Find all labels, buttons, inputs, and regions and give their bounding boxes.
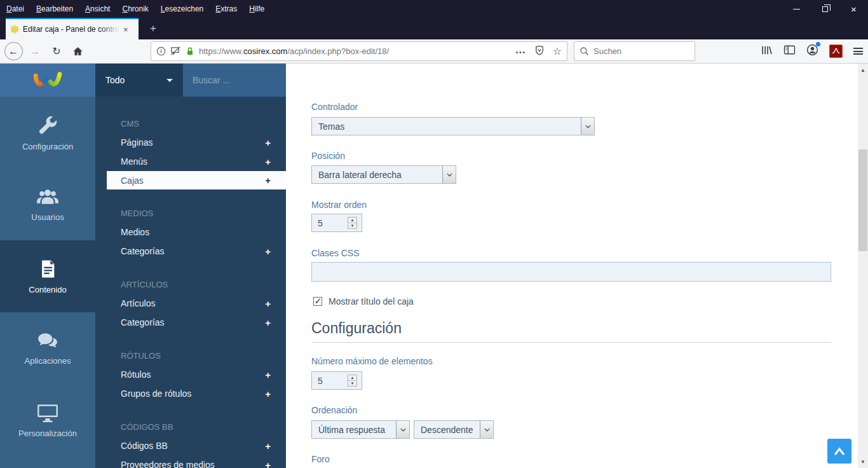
submenu-item-menus[interactable]: Menús: [95, 152, 286, 171]
url-bar[interactable]: https://www.cosirex.com/acp/index.php?bo…: [151, 41, 567, 61]
submenu-item-categorias-articulos[interactable]: Categorías: [95, 313, 286, 332]
spinner-down-icon[interactable]: [348, 381, 356, 386]
add-icon[interactable]: [265, 369, 271, 380]
rail-label: Personalización: [18, 429, 77, 438]
sidebars-icon[interactable]: [783, 45, 796, 58]
ordenacion-label: Ordenación: [311, 405, 357, 415]
submenu-item-articulos[interactable]: Artículos: [95, 294, 286, 313]
menu-hilfe[interactable]: Hilfe: [249, 4, 264, 13]
close-button[interactable]: ×: [839, 0, 868, 18]
numero-maximo-label: Número máximo de elementos: [311, 356, 433, 366]
numero-maximo-value[interactable]: [312, 372, 345, 389]
submenu-item-medios[interactable]: Medios: [95, 223, 286, 242]
browser-window: Datei Bearbeiten Ansicht Chronik Lesezei…: [0, 0, 868, 468]
add-icon[interactable]: [265, 460, 271, 468]
minimize-button[interactable]: [782, 0, 811, 18]
submenu-item-label: Categorías: [121, 317, 164, 327]
forward-button[interactable]: →: [25, 39, 44, 63]
page-actions-icon[interactable]: [516, 46, 526, 57]
menu-ansicht[interactable]: Ansicht: [85, 4, 110, 13]
menu-bearbeiten[interactable]: Bearbeiten: [36, 4, 73, 13]
rail-item-configuracion[interactable]: Configuración: [0, 97, 95, 169]
add-icon[interactable]: [265, 137, 271, 148]
back-to-top-button[interactable]: [827, 439, 851, 464]
submenu-item-label: Artículos: [121, 298, 155, 308]
tab-favicon-icon: [10, 25, 19, 34]
menu-datei[interactable]: Datei: [6, 4, 24, 13]
posicion-label: Posición: [311, 151, 345, 161]
add-icon[interactable]: [265, 175, 271, 186]
page-scrollbar[interactable]: [858, 64, 868, 468]
submenu-item-cajas[interactable]: Cajas: [107, 171, 286, 189]
submenu-item-paginas[interactable]: Páginas: [95, 133, 286, 152]
menu-lesezeichen[interactable]: Lesezeichen: [161, 4, 203, 13]
browser-menubar: Datei Bearbeiten Ansicht Chronik Lesezei…: [0, 0, 868, 18]
acp-main-menu: Configuración Usuarios Contenido Aplicac…: [0, 97, 95, 468]
page-info-icon[interactable]: [156, 46, 166, 56]
submenu-item-grupos-rotulos[interactable]: Grupos de rótulos: [95, 384, 286, 403]
bookmark-star-icon[interactable]: [553, 45, 562, 57]
submenu-item-proveedores-medios[interactable]: Proveedores de medios: [95, 455, 286, 468]
rail-item-contenido[interactable]: Contenido: [0, 240, 95, 312]
controlador-select[interactable]: Temas: [311, 117, 595, 135]
search-icon: [580, 46, 589, 56]
forward-icon: →: [30, 46, 40, 57]
menu-extras[interactable]: Extras: [215, 4, 237, 13]
add-icon[interactable]: [265, 246, 271, 257]
menu-chronik[interactable]: Chronik: [122, 4, 148, 13]
chevron-down-icon: [166, 79, 173, 82]
clases-css-input[interactable]: [311, 262, 831, 282]
submenu-item-rotulos[interactable]: Rótulos: [95, 365, 286, 384]
account-icon[interactable]: [806, 44, 818, 59]
search-input[interactable]: [593, 46, 676, 56]
home-button[interactable]: [68, 39, 87, 63]
back-button[interactable]: ←: [3, 39, 24, 63]
submenu-item-label: Proveedores de medios: [121, 460, 215, 468]
add-icon[interactable]: [265, 389, 271, 399]
spinner-up-icon[interactable]: [348, 217, 356, 223]
acp-filter-dropdown[interactable]: Todo: [95, 64, 183, 97]
submenu-header: ARTÍCULOS: [95, 275, 286, 294]
number-spinner[interactable]: [348, 217, 357, 229]
scrollbar-up-icon[interactable]: [858, 65, 868, 75]
woltlab-logo[interactable]: [0, 64, 95, 97]
permissions-blocked-icon[interactable]: [170, 46, 181, 56]
rail-item-personalizacion[interactable]: Personalización: [0, 384, 95, 456]
browser-toolbar: ← → ↻ https://www.cosirex.com/acp/index.…: [0, 39, 868, 64]
number-spinner[interactable]: [348, 375, 357, 387]
spinner-up-icon[interactable]: [348, 375, 356, 381]
mostrar-titulo-checkbox[interactable]: [313, 297, 322, 306]
ordenacion-field-select[interactable]: Última respuesta: [311, 420, 410, 439]
scrollbar-down-icon[interactable]: [858, 457, 868, 467]
select-arrow: [442, 166, 456, 183]
add-icon[interactable]: [265, 298, 271, 309]
search-bar[interactable]: [574, 41, 695, 61]
add-icon[interactable]: [265, 441, 271, 451]
add-icon[interactable]: [265, 156, 271, 167]
restore-button[interactable]: [811, 0, 839, 18]
spinner-down-icon[interactable]: [348, 223, 356, 228]
submenu-item-codigos-bb[interactable]: Códigos BB: [95, 436, 286, 455]
rail-label: Aplicaciones: [25, 356, 71, 366]
comments-icon: [37, 331, 58, 350]
adobe-acrobat-icon[interactable]: [829, 45, 843, 58]
add-icon[interactable]: [265, 317, 271, 328]
woltlab-w-icon: [32, 70, 63, 90]
new-tab-button[interactable]: [145, 20, 161, 37]
https-lock-icon[interactable]: [186, 46, 194, 56]
library-icon[interactable]: [761, 45, 773, 59]
tab-editar-caja[interactable]: Editar caja - Panel de control de: [6, 18, 139, 39]
numero-maximo-input[interactable]: [311, 371, 362, 390]
rail-item-usuarios[interactable]: Usuarios: [0, 169, 95, 240]
protections-shield-icon[interactable]: [535, 45, 544, 58]
posicion-select[interactable]: Barra lateral derecha: [311, 165, 456, 184]
reload-button[interactable]: ↻: [47, 39, 66, 63]
tab-close-icon[interactable]: [123, 25, 128, 34]
ordenacion-direction-select[interactable]: Descendente: [414, 420, 494, 439]
submenu-item-categorias-medios[interactable]: Categorías: [95, 242, 286, 261]
scrollbar-thumb[interactable]: [858, 149, 867, 251]
mostrar-orden-input[interactable]: [311, 214, 362, 232]
rail-item-aplicaciones[interactable]: Aplicaciones: [0, 312, 95, 384]
mostrar-orden-value[interactable]: [312, 214, 345, 231]
hamburger-menu-icon[interactable]: [853, 48, 863, 55]
